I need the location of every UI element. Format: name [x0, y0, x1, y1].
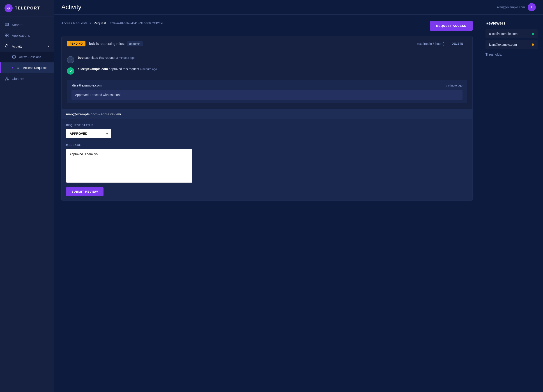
logo-area: ⚙ TELEPORT	[0, 0, 54, 17]
timeline-action-bob: submitted this request	[85, 56, 116, 60]
content-area: Access Requests > Request e282a440-beb9-…	[54, 15, 543, 392]
svg-rect-0	[5, 23, 9, 24]
delete-button[interactable]: DELETE	[448, 40, 467, 47]
sidebar-item-servers-label: Servers	[12, 23, 23, 27]
timeline-text-bob: bob submitted this request 3 minutes ago	[78, 56, 135, 60]
timeline-content-bob: bob submitted this request 3 minutes ago	[78, 56, 467, 60]
clusters-chevron-icon: ›	[48, 77, 49, 80]
avatar: I	[528, 3, 536, 11]
app-icon	[5, 33, 9, 38]
activity-chevron-icon: ▾	[48, 45, 49, 48]
add-review-header: ivan@example.com - add a review	[62, 109, 472, 119]
timeline: bob submitted this request 3 minutes ago	[62, 51, 472, 79]
thresholds-label: Thresholds:	[486, 53, 537, 56]
activity-icon	[5, 44, 9, 49]
server-icon	[5, 22, 9, 27]
user-info: ivan@example.com I	[497, 3, 536, 11]
right-panel: Reviewers alice@example.com ivan@example…	[480, 15, 543, 392]
status-select[interactable]: APPROVED DENIED PENDING	[66, 129, 111, 138]
svg-rect-6	[7, 36, 8, 37]
activity-subnav: Active Sessions Access Requests	[0, 52, 54, 73]
sessions-icon	[12, 55, 16, 59]
requester-name: bob	[89, 42, 95, 45]
svg-line-18	[7, 78, 8, 79]
alice-review-box: alice@example.com a minute ago Approved.…	[67, 80, 467, 103]
request-access-button[interactable]: REQUEST ACCESS	[430, 21, 473, 31]
sidebar-item-active-sessions-label: Active Sessions	[19, 55, 41, 59]
sidebar-nav: Servers Applications Activit	[0, 17, 54, 392]
svg-rect-3	[5, 34, 6, 35]
svg-line-17	[6, 78, 7, 79]
breadcrumb-bar: Access Requests > Request e282a440-beb9-…	[61, 21, 473, 31]
request-card: PENDING bob is requesting roles: dbadmin…	[61, 36, 473, 201]
request-text: bob is requesting roles: dbadmin	[89, 42, 413, 45]
review-message-alice: Approved. Proceed with caution!	[72, 90, 463, 100]
message-section: MESSAGE Approved. Thank you.	[66, 144, 468, 184]
reviewers-title: Reviewers	[486, 21, 537, 26]
sidebar-item-applications[interactable]: Applications	[0, 30, 54, 41]
sidebar-item-activity[interactable]: Activity ▾	[0, 41, 54, 52]
reviewer-item-ivan: ivan@example.com	[486, 40, 537, 49]
sidebar-item-clusters-label: Clusters	[12, 77, 24, 81]
reviewer-status-alice	[532, 33, 534, 35]
sidebar-item-applications-label: Applications	[12, 33, 30, 37]
breadcrumb-current: Request	[94, 21, 106, 25]
requests-icon	[16, 66, 20, 70]
add-review-body: REQUEST STATUS APPROVED DENIED PENDING M…	[62, 119, 472, 200]
timeline-time-alice: a minute ago	[140, 67, 157, 71]
svg-rect-4	[7, 34, 8, 35]
sidebar-item-clusters[interactable]: Clusters ›	[0, 73, 54, 84]
svg-point-16	[7, 79, 9, 80]
svg-rect-1	[5, 24, 9, 25]
status-label: REQUEST STATUS	[66, 124, 468, 127]
sidebar-item-access-requests[interactable]: Access Requests	[0, 62, 54, 73]
message-label: MESSAGE	[66, 144, 468, 147]
expiry-text: (expires in 8 hours)	[417, 42, 444, 45]
main-area: Activity ivan@example.com I Access Reque…	[54, 0, 543, 392]
breadcrumb-id: e282a440-beb9-4c41-99ec-c8852ff42f6e	[110, 21, 163, 25]
sidebar-item-active-sessions[interactable]: Active Sessions	[0, 52, 54, 62]
review-author-alice: alice@example.com	[72, 83, 102, 87]
user-email: ivan@example.com	[497, 6, 525, 9]
clusters-icon	[5, 76, 9, 81]
submit-review-button[interactable]: SUBMIT REVIEW	[66, 187, 103, 196]
breadcrumb: Access Requests > Request e282a440-beb9-…	[61, 21, 163, 25]
sidebar: ⚙ TELEPORT Servers	[0, 0, 54, 392]
reviewer-email-ivan: ivan@example.com	[489, 43, 517, 46]
requesting-text: is requesting roles:	[96, 42, 125, 45]
selected-dot	[12, 67, 13, 68]
timeline-item-alice: alice@example.com approved this request …	[67, 67, 467, 75]
timeline-user-alice: alice@example.com	[78, 67, 108, 71]
breadcrumb-parent[interactable]: Access Requests	[61, 21, 87, 25]
reviewer-email-alice: alice@example.com	[489, 32, 518, 36]
alice-review-wrapper: alice@example.com a minute ago Approved.…	[62, 80, 472, 107]
reviewer-item-alice: alice@example.com	[486, 29, 537, 38]
role-badge: dbadmin	[127, 41, 143, 46]
page-title: Activity	[61, 4, 495, 11]
svg-point-14	[6, 77, 7, 78]
svg-rect-5	[5, 36, 6, 37]
status-select-wrapper: APPROVED DENIED PENDING	[66, 129, 111, 138]
svg-rect-7	[12, 56, 15, 58]
timeline-content-alice: alice@example.com approved this request …	[78, 67, 467, 71]
reviewer-status-ivan	[532, 44, 534, 46]
approved-icon	[67, 67, 74, 75]
main-content: Access Requests > Request e282a440-beb9-…	[54, 15, 480, 392]
status-badge: PENDING	[67, 41, 85, 46]
topbar: Activity ivan@example.com I	[54, 0, 543, 15]
sidebar-item-activity-label: Activity	[12, 44, 23, 48]
message-textarea[interactable]: Approved. Thank you.	[66, 149, 192, 183]
review-header-alice: alice@example.com a minute ago	[72, 83, 463, 87]
sidebar-item-access-requests-label: Access Requests	[23, 66, 47, 70]
request-header: PENDING bob is requesting roles: dbadmin…	[62, 36, 472, 51]
timeline-item: bob submitted this request 3 minutes ago	[67, 56, 467, 63]
logo-icon: ⚙	[5, 4, 13, 12]
sidebar-item-servers[interactable]: Servers	[0, 19, 54, 30]
breadcrumb-separator: >	[90, 22, 91, 25]
svg-point-15	[5, 79, 6, 80]
brand-name: TELEPORT	[15, 6, 40, 11]
add-review-section: ivan@example.com - add a review REQUEST …	[62, 109, 472, 200]
pending-icon	[67, 56, 74, 63]
svg-rect-2	[5, 25, 9, 26]
timeline-user-bob: bob	[78, 56, 84, 60]
